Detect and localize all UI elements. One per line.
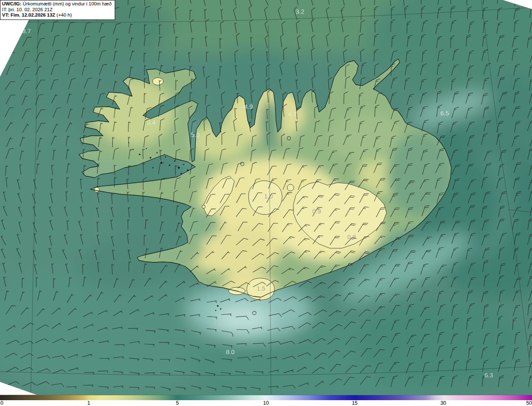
legend-title-line: UWC/IG: Úrkomumætti (mm) og vindur i 100…: [2, 1, 113, 7]
valid-offset: (+40 h): [55, 12, 72, 17]
map-title: Úrkomumætti (mm) og vindur i 100m hæð: [22, 1, 112, 6]
legend-valid-line: VT: Fim. 12.02.2026 13Z (+40 h): [2, 12, 113, 18]
legend-init-line: IT: þri. 10. 02. 2026 21Z: [2, 7, 113, 13]
weather-map-app: 3.23.74.94.76.52.45.01.00.90.81.58.06.3 …: [0, 0, 532, 406]
colorbar-tick-label: 30: [441, 400, 446, 406]
colorbar-tick-labels: 01510153050: [0, 400, 532, 406]
glacier-thorisjokull: [202, 205, 205, 208]
glacier-drangajokull: [153, 78, 163, 85]
valid-time: VT: Fim. 12.02.2026 13Z: [2, 12, 55, 17]
contour-label: 1.0: [264, 193, 273, 200]
contour-label: 4.9: [244, 103, 253, 110]
colorbar-tick-label: 50: [526, 400, 532, 406]
colorbar-tick-label: 10: [263, 400, 269, 406]
colorbar-gradient: [0, 395, 532, 400]
weather-map: 3.23.74.94.76.52.45.01.00.90.81.58.06.3: [0, 0, 532, 395]
contour-label: 2.4: [147, 119, 156, 126]
contour-label: 3.2: [296, 8, 305, 15]
contour-label: 5.0: [191, 131, 200, 138]
contour-label: 4.7: [288, 110, 297, 117]
glacier-tungnafellsjokull: [287, 184, 294, 191]
glacier-snaefellsjokull: [94, 187, 99, 192]
contour-label: 0.8: [347, 233, 356, 240]
contour-label: 8.0: [226, 348, 235, 355]
model-label: UWC/IG:: [2, 1, 22, 6]
legend-box: UWC/IG: Úrkomumætti (mm) og vindur i 100…: [0, 0, 115, 20]
colorbar-tick-label: 0: [0, 400, 3, 406]
contour-label: 6.5: [441, 110, 449, 117]
contour-label: 0.9: [313, 208, 321, 215]
contour-label: 6.3: [485, 372, 493, 379]
colorbar-tick-label: 15: [352, 400, 357, 406]
map-canvas: 3.23.74.94.76.52.45.01.00.90.81.58.06.3 …: [0, 0, 532, 395]
colorbar-tick-label: 5: [176, 400, 179, 406]
contour-label: 1.5: [257, 285, 266, 292]
colorbar-tick-label: 1: [87, 400, 90, 406]
